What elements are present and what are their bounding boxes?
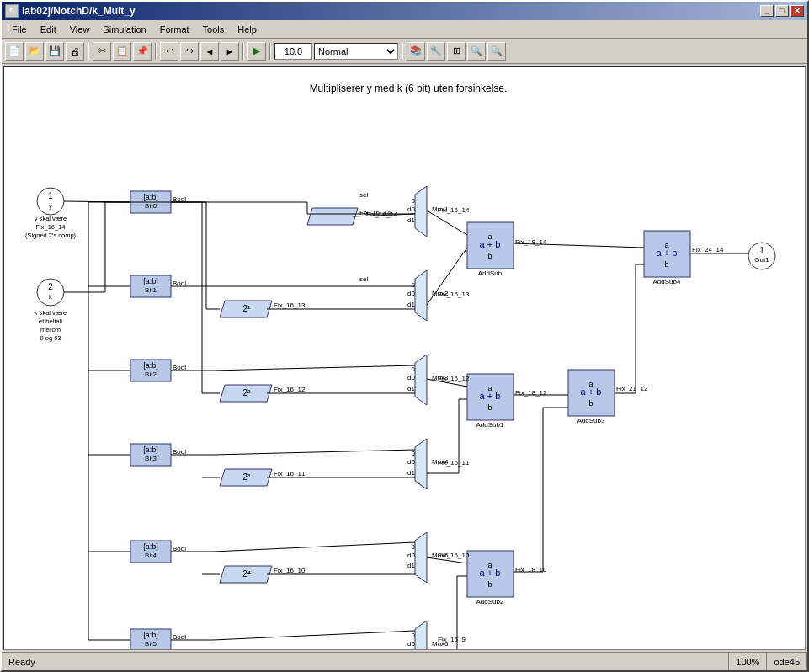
nav-fwd[interactable]: ► (221, 42, 239, 61)
menu-simulation[interactable]: Simulation (96, 23, 152, 36)
svg-text:d0: d0 (407, 458, 415, 466)
svg-rect-93 (467, 374, 514, 420)
svg-text:Mux3: Mux3 (432, 374, 449, 381)
svg-text:Fix_18_10: Fix_18_10 (515, 566, 547, 573)
svg-text:Bit4: Bit4 (145, 552, 157, 559)
menu-view[interactable]: View (63, 23, 97, 36)
main-window: S lab02j/NotchD/k_Mult_y _ □ ✕ File Edit… (0, 0, 809, 672)
svg-text:y: y (49, 202, 52, 210)
status-ready: Ready (2, 653, 729, 670)
menu-file[interactable]: File (5, 23, 34, 36)
svg-point-0 (37, 188, 64, 215)
save-button[interactable]: 💾 (45, 42, 64, 61)
svg-text:k skal være: k skal være (35, 309, 67, 317)
svg-marker-52 (307, 208, 358, 225)
new-button[interactable]: 📄 (5, 42, 24, 61)
svg-text:Bool: Bool (173, 364, 186, 371)
svg-line-149 (427, 211, 467, 235)
menu-format[interactable]: Format (153, 23, 196, 36)
sim-mode-select[interactable]: Normal Accelerator (314, 43, 398, 60)
zoom-in-btn[interactable]: 🔍 (467, 42, 486, 61)
svg-rect-105 (568, 370, 615, 416)
svg-text:b: b (588, 399, 593, 408)
svg-text:0: 0 (412, 450, 416, 457)
svg-text:d1: d1 (407, 385, 415, 392)
svg-line-150 (427, 248, 467, 305)
svg-rect-13 (130, 191, 171, 213)
run-button[interactable]: ▶ (247, 42, 266, 61)
svg-line-126 (64, 201, 130, 202)
svg-text:d0: d0 (407, 290, 415, 297)
svg-text:Mux5: Mux5 (432, 552, 449, 559)
menu-help[interactable]: Help (231, 23, 263, 36)
svg-marker-43 (220, 469, 272, 486)
svg-text:b: b (664, 260, 668, 269)
svg-text:Mux1: Mux1 (432, 205, 449, 213)
svg-text:et heltall: et heltall (39, 317, 62, 325)
svg-rect-99 (467, 551, 514, 597)
svg-text:2: 2 (48, 282, 53, 291)
paste-button[interactable]: 📌 (133, 42, 152, 61)
svg-text:Fix_16_13: Fix_16_13 (274, 301, 306, 309)
undo-button[interactable]: ↩ (160, 42, 178, 61)
svg-text:Fix_16_9: Fix_16_9 (438, 636, 466, 643)
svg-marker-67 (415, 355, 427, 405)
canvas-area[interactable]: Multipliserer y med k (6 bit) uten forsi… (3, 66, 806, 650)
svg-line-180 (213, 631, 415, 640)
maximize-button[interactable]: □ (775, 5, 789, 17)
svg-text:y skal være: y skal være (35, 215, 67, 222)
svg-text:Fix_16_11: Fix_16_11 (274, 470, 306, 477)
svg-text:AddSub3: AddSub3 (577, 417, 605, 424)
svg-text:Fix_18_12: Fix_18_12 (515, 389, 547, 397)
toolbar: 📄 📂 💾 🖨 ✂ 📋 📌 ↩ ↪ ◄ ► ▶ Normal Accelerat… (2, 39, 807, 64)
fit-btn[interactable]: ⊞ (447, 42, 466, 61)
svg-text:a: a (664, 241, 668, 249)
library-btn[interactable]: 📚 (407, 42, 425, 61)
redo-button[interactable]: ↪ (180, 42, 199, 61)
svg-text:a + b: a + b (657, 248, 678, 258)
svg-text:AddSub2: AddSub2 (476, 598, 504, 605)
svg-marker-40 (220, 385, 272, 402)
status-solver: ode45 (767, 653, 807, 670)
svg-rect-111 (644, 231, 690, 277)
svg-line-174 (213, 365, 415, 371)
svg-text:2¹: 2¹ (243, 304, 252, 313)
svg-text:a + b: a + b (581, 387, 602, 397)
svg-text:0: 0 (412, 632, 416, 639)
svg-text:a + b: a + b (480, 568, 501, 578)
debug-btn[interactable]: 🔧 (427, 42, 445, 61)
svg-text:[a:b]: [a:b] (143, 542, 158, 551)
svg-text:Fix_16_11: Fix_16_11 (438, 459, 470, 467)
svg-text:[a:b]: [a:b] (143, 361, 158, 370)
svg-text:k: k (49, 293, 53, 301)
svg-text:a + b: a + b (480, 239, 501, 249)
svg-point-6 (37, 279, 64, 306)
svg-text:Fix_16_14: Fix_16_14 (359, 209, 391, 216)
nav-back[interactable]: ◄ (200, 42, 219, 61)
menu-bar: File Edit View Simulation Format Tools H… (2, 20, 807, 39)
svg-text:2⁴: 2⁴ (242, 569, 251, 579)
open-button[interactable]: 📂 (25, 42, 44, 61)
sim-time-input[interactable] (274, 43, 312, 60)
svg-text:d0: d0 (407, 205, 415, 213)
close-button[interactable]: ✕ (790, 5, 804, 17)
svg-text:Bit2: Bit2 (145, 371, 157, 378)
svg-text:AddSub: AddSub (478, 269, 503, 277)
svg-text:Bit0: Bit0 (145, 202, 157, 210)
print-button[interactable]: 🖨 (66, 42, 84, 61)
menu-edit[interactable]: Edit (34, 23, 63, 36)
svg-line-176 (213, 450, 415, 455)
svg-text:Fix_16_14: Fix_16_14 (438, 206, 470, 214)
minimize-button[interactable]: _ (760, 5, 774, 17)
svg-text:Mux2: Mux2 (432, 290, 449, 297)
cut-button[interactable]: ✂ (93, 42, 111, 61)
svg-text:Fix_16_12: Fix_16_12 (438, 375, 470, 382)
svg-marker-37 (220, 301, 272, 317)
copy-button[interactable]: 📋 (113, 42, 131, 61)
menu-tools[interactable]: Tools (196, 23, 232, 36)
zoom-out-btn[interactable]: 🔍 (487, 42, 506, 61)
svg-rect-29 (130, 541, 171, 563)
svg-rect-87 (467, 222, 514, 269)
svg-line-160 (427, 379, 467, 387)
svg-text:2³: 2³ (243, 472, 252, 482)
